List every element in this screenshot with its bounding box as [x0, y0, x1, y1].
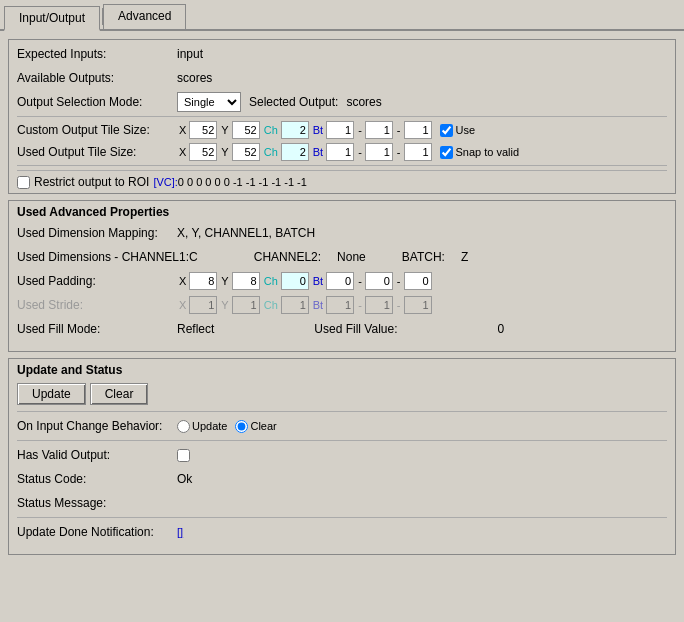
stride-d1-letter: - [356, 299, 364, 311]
clear-button[interactable]: Clear [90, 383, 149, 405]
custom-tile-fields: X Y Ch Bt - [177, 121, 475, 139]
radio-clear[interactable] [235, 420, 248, 433]
custom-d1-input[interactable] [365, 121, 393, 139]
dim-mapping-label: Used Dimension Mapping: [17, 226, 177, 240]
dim-channel2-value: None [337, 250, 366, 264]
stride-ch-group: Ch [262, 296, 309, 314]
stride-x-group: X [177, 296, 217, 314]
used-d1-group: - [356, 143, 393, 161]
stride-d1-group: - [356, 296, 393, 314]
stride-ch-input [281, 296, 309, 314]
custom-d1-letter: - [356, 124, 364, 136]
valid-output-checkbox[interactable] [177, 449, 190, 462]
status-code-row: Status Code: Ok [17, 469, 667, 489]
output-selection-label: Output Selection Mode: [17, 95, 177, 109]
snap-checkbox-label[interactable]: Snap to valid [440, 146, 520, 159]
snap-checkbox[interactable] [440, 146, 453, 159]
custom-x-letter: X [177, 124, 188, 136]
use-label-text: Use [456, 124, 476, 136]
used-d1-input[interactable] [365, 143, 393, 161]
dim-batch-value: Z [461, 250, 468, 264]
status-msg-row: Status Message: [17, 493, 667, 513]
update-title: Update and Status [17, 363, 667, 377]
tab-advanced[interactable]: Advanced [103, 4, 186, 29]
stride-d1-input [365, 296, 393, 314]
custom-d2-input[interactable] [404, 121, 432, 139]
pad-ch-group: Ch [262, 272, 309, 290]
pad-d1-group: - [356, 272, 393, 290]
used-ch-letter: Ch [262, 146, 280, 158]
dim-details: C CHANNEL2: None BATCH: Z [189, 250, 468, 264]
stride-bt-input [326, 296, 354, 314]
output-selection-row: Output Selection Mode: Single Multiple A… [17, 92, 667, 112]
divider-3 [17, 411, 667, 412]
stride-label: Used Stride: [17, 298, 177, 312]
stride-y-group: Y [219, 296, 259, 314]
used-d2-input[interactable] [404, 143, 432, 161]
use-checkbox[interactable] [440, 124, 453, 137]
stride-x-input [189, 296, 217, 314]
used-x-input[interactable] [189, 143, 217, 161]
pad-x-letter: X [177, 275, 188, 287]
custom-d2-group: - [395, 121, 432, 139]
dim-mapping-row: Used Dimension Mapping: X, Y, CHANNEL1, … [17, 223, 667, 243]
radio-clear-text: Clear [250, 420, 276, 432]
pad-bt-input[interactable] [326, 272, 354, 290]
custom-y-letter: Y [219, 124, 230, 136]
pad-x-group: X [177, 272, 217, 290]
radio-update[interactable] [177, 420, 190, 433]
padding-label: Used Padding: [17, 274, 177, 288]
padding-row: Used Padding: X Y Ch Bt [17, 271, 667, 291]
used-ch-input[interactable] [281, 143, 309, 161]
output-selection-dropdown[interactable]: Single Multiple All [177, 92, 241, 112]
dim-mapping-value: X, Y, CHANNEL1, BATCH [177, 226, 315, 240]
radio-clear-label[interactable]: Clear [235, 420, 276, 433]
used-tile-row: Used Output Tile Size: X Y Ch Bt [17, 143, 667, 161]
roi-label-text: Restrict output to ROI [34, 175, 149, 189]
divider-1 [17, 116, 667, 117]
used-x-letter: X [177, 146, 188, 158]
pad-bt-letter: Bt [311, 275, 325, 287]
custom-bt-input[interactable] [326, 121, 354, 139]
pad-y-group: Y [219, 272, 259, 290]
custom-ch-input[interactable] [281, 121, 309, 139]
roi-label: Restrict output to ROI [VC]: [17, 175, 178, 189]
notification-link[interactable]: [] [177, 526, 183, 538]
pad-y-letter: Y [219, 275, 230, 287]
pad-x-input[interactable] [189, 272, 217, 290]
stride-y-input [232, 296, 260, 314]
pad-ch-letter: Ch [262, 275, 280, 287]
pad-d2-input[interactable] [404, 272, 432, 290]
custom-bt-group: Bt [311, 121, 354, 139]
radio-update-label[interactable]: Update [177, 420, 227, 433]
used-bt-group: Bt [311, 143, 354, 161]
custom-tile-label: Custom Output Tile Size: [17, 123, 177, 137]
radio-group: Update Clear [177, 420, 277, 433]
roi-checkbox[interactable] [17, 176, 30, 189]
use-checkbox-label[interactable]: Use [440, 124, 476, 137]
expected-inputs-row: Expected Inputs: input [17, 44, 667, 64]
used-tile-fields: X Y Ch Bt - [177, 143, 519, 161]
dim-channel1-label: Used Dimensions - CHANNEL1: [17, 250, 189, 264]
used-d2-letter: - [395, 146, 403, 158]
pad-d1-input[interactable] [365, 272, 393, 290]
pad-y-input[interactable] [232, 272, 260, 290]
snap-label-text: Snap to valid [456, 146, 520, 158]
custom-y-input[interactable] [232, 121, 260, 139]
used-d1-letter: - [356, 146, 364, 158]
tab-input-output[interactable]: Input/Output [4, 6, 100, 31]
available-outputs-label: Available Outputs: [17, 71, 177, 85]
pad-d2-letter: - [395, 275, 403, 287]
selected-output-label: Selected Output: [249, 95, 338, 109]
status-code-value: Ok [177, 472, 192, 486]
stride-y-letter: Y [219, 299, 230, 311]
used-y-input[interactable] [232, 143, 260, 161]
roi-row: Restrict output to ROI [VC]: 0 0 0 0 0 0… [17, 170, 667, 189]
valid-output-row: Has Valid Output: [17, 445, 667, 465]
custom-x-input[interactable] [189, 121, 217, 139]
used-bt-input[interactable] [326, 143, 354, 161]
custom-bt-letter: Bt [311, 124, 325, 136]
update-button[interactable]: Update [17, 383, 86, 405]
stride-ch-letter: Ch [262, 299, 280, 311]
pad-ch-input[interactable] [281, 272, 309, 290]
